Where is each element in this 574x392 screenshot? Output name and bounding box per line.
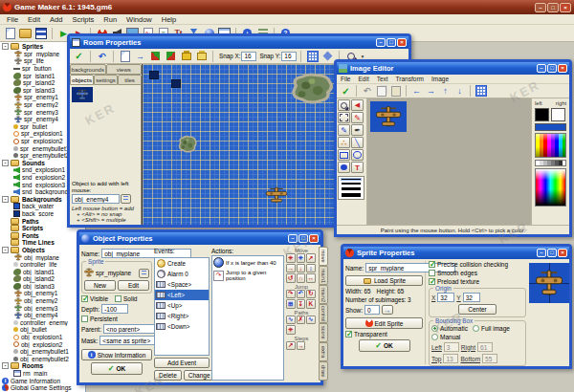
paste-icon[interactable] <box>388 84 403 98</box>
show-information-button[interactable]: i Show Information <box>81 349 152 360</box>
new-icon[interactable] <box>3 27 17 40</box>
expander-icon[interactable]: - <box>2 362 9 369</box>
delete-event-button[interactable]: Delete <box>154 370 182 381</box>
action-if-x-is-larger-than-40[interactable]: If x is larger than 40 <box>212 256 283 269</box>
shift-objects-icon[interactable] <box>133 50 147 63</box>
placed-object-instance[interactable] <box>171 79 181 88</box>
menu-transform[interactable]: Transform <box>392 76 428 82</box>
close-button[interactable]: × <box>309 234 319 243</box>
action-steps-icon-1[interactable]: → <box>297 341 306 351</box>
select-tool-icon[interactable] <box>338 112 350 123</box>
expander-icon[interactable]: - <box>2 247 9 253</box>
menu-text[interactable]: Text <box>373 76 392 82</box>
center-button[interactable]: Center <box>458 304 497 315</box>
menu-add[interactable]: Add <box>45 15 67 24</box>
menu-file[interactable]: File <box>2 15 23 24</box>
bbox-left-input[interactable] <box>444 342 459 352</box>
ellipse-filled-tool-icon[interactable] <box>338 162 350 173</box>
bbox-bottom-input[interactable] <box>482 354 497 363</box>
palette-tab-extra[interactable]: extra <box>319 342 328 361</box>
close-button[interactable]: × <box>558 64 567 73</box>
tree-item-obj-explosion2[interactable]: obj_explosion2 <box>0 340 85 348</box>
pen-blue-tool-icon[interactable] <box>338 124 350 136</box>
maximize-button[interactable]: □ <box>547 64 557 73</box>
selected-object-preview[interactable] <box>72 87 93 102</box>
sort-vertical-icon[interactable] <box>164 50 178 63</box>
tree-item-rm-main[interactable]: rm_main <box>0 370 85 378</box>
palette-tab-score[interactable]: score <box>319 323 328 342</box>
palette-tab-draw[interactable]: draw <box>319 361 328 381</box>
text-tool-icon[interactable] <box>351 162 364 173</box>
action-paths-icon-3[interactable]: ✳ <box>286 325 296 335</box>
precise-collision-checkbox[interactable] <box>429 261 435 268</box>
event--up-[interactable]: <Up> <box>155 300 209 311</box>
object-menu-button[interactable] <box>121 194 131 204</box>
action-move-icon-3[interactable]: → <box>286 264 296 273</box>
action-move-icon-5[interactable]: ↕ <box>306 264 316 273</box>
action-jump-icon-3[interactable]: ⊞ <box>286 299 296 309</box>
zoom-tool-icon[interactable] <box>338 99 350 111</box>
object-to-add-input[interactable] <box>72 194 120 204</box>
undo-icon[interactable] <box>95 50 109 63</box>
tab-views[interactable]: views <box>106 64 143 75</box>
close-button[interactable]: × <box>397 38 407 47</box>
event--right-[interactable]: <Right> <box>155 311 209 321</box>
arrow-right2-icon[interactable] <box>424 84 438 98</box>
expander-icon[interactable]: - <box>2 160 9 166</box>
dropper-tool-icon[interactable] <box>351 124 364 136</box>
toggle-isometric-icon[interactable] <box>320 50 335 63</box>
tree-item-obj-island3[interactable]: obj_island3 <box>0 283 85 291</box>
minimize-button[interactable]: – <box>537 64 546 73</box>
tree-item-controller-enemy[interactable]: controller_enemy <box>0 319 85 327</box>
placed-island-small[interactable] <box>177 135 198 154</box>
open-icon[interactable] <box>18 27 33 40</box>
event--space-[interactable]: <Space> <box>155 279 209 290</box>
apply-changes-icon[interactable] <box>72 50 86 63</box>
origin-x-input[interactable] <box>437 293 454 302</box>
menu-run[interactable]: Run <box>99 15 121 24</box>
tree-folder-objects[interactable]: -Objects <box>0 247 85 254</box>
palette-tab-control[interactable]: control <box>319 304 328 323</box>
tree-item-obj-enemybullet2[interactable]: obj_enemybullet2 <box>0 356 85 363</box>
tree-item-obj-island2[interactable]: obj_island2 <box>0 275 85 283</box>
tree-item-obj-myplane[interactable]: obj_myplane <box>0 253 85 261</box>
expander-icon[interactable]: - <box>2 43 9 50</box>
arrow-up-icon[interactable] <box>438 84 453 98</box>
ellipse-tool-icon[interactable] <box>351 149 364 161</box>
depth-input[interactable] <box>101 304 128 314</box>
action-move-icon-1[interactable]: ✳ <box>297 253 306 263</box>
toggle-grid-icon[interactable] <box>305 50 320 63</box>
snap-y-input[interactable] <box>281 52 297 61</box>
grayscale-palette[interactable] <box>535 160 566 166</box>
line-width-selector[interactable] <box>338 176 364 200</box>
main-title-bar[interactable]: Game Maker 6.1: 1945.gm6 – □ × <box>0 0 574 14</box>
show-subimage-input[interactable] <box>364 305 380 315</box>
tree-item-obj-enemybullet1[interactable]: obj_enemybullet1 <box>0 348 85 356</box>
tree-folder-time-lines[interactable]: Time Lines <box>0 239 85 247</box>
edit-sprite-button[interactable]: Edit <box>118 280 149 291</box>
event-create[interactable]: Create <box>155 258 209 269</box>
event--down-[interactable]: <Down> <box>155 321 209 332</box>
palette-tab-move[interactable]: move <box>319 247 328 266</box>
lock-instances-icon[interactable] <box>179 50 193 63</box>
origin-y-input[interactable] <box>463 293 480 302</box>
action-move-icon-8[interactable]: ↔ <box>306 273 316 283</box>
menu-scripts[interactable]: Scripts <box>67 15 99 24</box>
maximize-button[interactable]: □ <box>547 249 557 257</box>
action-jump-icon-4[interactable]: ↧ <box>297 299 306 309</box>
tree-global-game-settings[interactable]: Global Game Settings <box>0 384 85 392</box>
maximize-button[interactable]: □ <box>386 38 396 47</box>
bbox-top-input[interactable] <box>443 354 458 363</box>
tree-item-obj-enemy2[interactable]: obj_enemy2 <box>0 297 85 305</box>
sprite-image[interactable] <box>370 101 407 132</box>
unlock-instances-icon[interactable] <box>194 50 209 63</box>
sprite-properties-titlebar[interactable]: Sprite Properties – □ × <box>343 247 569 259</box>
action-steps-icon-0[interactable]: ↗ <box>286 341 296 351</box>
action-jump-to-a-given-position[interactable]: Jump to a given position <box>212 269 283 282</box>
clear-room-icon[interactable] <box>118 50 132 63</box>
add-event-button[interactable]: Add Event <box>154 358 210 368</box>
preload-texture-checkbox[interactable] <box>429 278 435 285</box>
action-move-icon-4[interactable]: ↓ <box>297 264 306 273</box>
menu-image[interactable]: Image <box>428 76 453 82</box>
tab-objects[interactable]: objects <box>70 75 94 85</box>
